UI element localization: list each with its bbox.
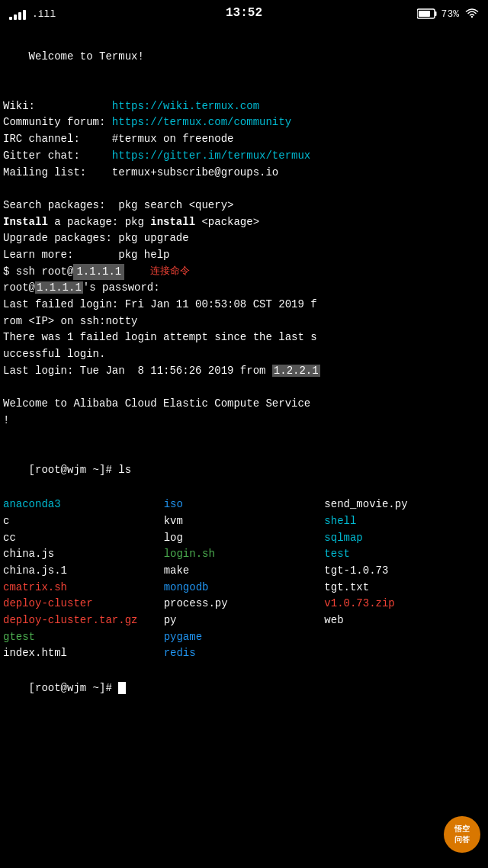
last-failed-1: Last failed login: Fri Jan 11 00:53:08 C… bbox=[3, 297, 485, 313]
ls-col1: anaconda3 c cc china.js china.js.1 cmatr… bbox=[3, 497, 164, 662]
welcome-alibaba-1: Welcome to Alibaba Cloud Elastic Compute… bbox=[3, 396, 485, 413]
ls-item: log bbox=[164, 530, 325, 547]
ls-item: china.js.1 bbox=[3, 563, 164, 580]
ls-item: mongodb bbox=[164, 580, 325, 596]
ls-col3: send_movie.py shell sqlmap test tgt-1.0.… bbox=[324, 497, 485, 662]
ls-item: deploy-cluster bbox=[3, 596, 164, 612]
signal-bars bbox=[9, 8, 26, 20]
svg-rect-2 bbox=[435, 11, 437, 16]
ls-item: py bbox=[164, 612, 325, 629]
bar2 bbox=[14, 14, 17, 20]
ls-item: sqlmap bbox=[324, 530, 485, 547]
cmd-upgrade: Upgrade packages: pkg upgrade bbox=[3, 230, 485, 247]
failed-attempt-1: There was 1 failed login attempt since t… bbox=[3, 330, 485, 346]
cursor bbox=[118, 682, 126, 694]
ls-item: c bbox=[3, 513, 164, 530]
ls-item: process.py bbox=[164, 596, 325, 612]
watermark: 悟空问答 bbox=[444, 816, 480, 853]
ls-item: pygame bbox=[164, 629, 325, 646]
ls-item: anaconda3 bbox=[3, 497, 164, 513]
ls-item: send_movie.py bbox=[324, 497, 485, 513]
ls-item: test bbox=[324, 546, 485, 563]
ls-item: tgt-1.0.73 bbox=[324, 563, 485, 580]
info-mail: Mailing list: termux+subscribe@groups.io bbox=[3, 165, 485, 182]
status-bar: .ill 13:52 73% bbox=[0, 0, 488, 27]
wifi-icon bbox=[465, 8, 479, 19]
ls-item: login.sh bbox=[164, 546, 325, 563]
bar4 bbox=[23, 10, 26, 20]
ls-output: anaconda3 c cc china.js china.js.1 cmatr… bbox=[3, 497, 485, 662]
ls-item: index.html bbox=[3, 645, 164, 662]
welcome-line: Welcome to Termux! bbox=[3, 32, 485, 82]
welcome-alibaba-2: ! bbox=[3, 413, 485, 429]
ssh-cmd-text: $ ssh root@ bbox=[3, 264, 73, 281]
last-failed-2: rom <IP> on ssh:notty bbox=[3, 313, 485, 330]
status-time: 13:52 bbox=[226, 6, 262, 20]
bar3 bbox=[18, 12, 21, 20]
ls-prompt: [root@wjm ~]# ls bbox=[3, 445, 485, 495]
last-login: Last login: Tue Jan 8 11:56:26 2019 from… bbox=[3, 363, 485, 380]
ls-item: tgt.txt bbox=[324, 580, 485, 596]
ls-item: iso bbox=[164, 497, 325, 513]
ls-item: v1.0.73.zip bbox=[324, 596, 485, 612]
final-prompt: [root@wjm ~]# bbox=[3, 664, 485, 713]
svg-rect-1 bbox=[419, 11, 430, 17]
ls-item: web bbox=[324, 612, 485, 629]
ls-item: deploy-cluster.tar.gz bbox=[3, 612, 164, 629]
info-gitter: Gitter chat: https://gitter.im/termux/te… bbox=[3, 148, 485, 165]
terminal: Welcome to Termux! Wiki: https://wiki.te… bbox=[0, 27, 488, 718]
ls-item: gtest bbox=[3, 629, 164, 646]
battery-icon bbox=[417, 8, 437, 19]
bar1 bbox=[9, 17, 12, 20]
ls-item: shell bbox=[324, 513, 485, 530]
cmd-help: Learn more: pkg help bbox=[3, 247, 485, 264]
info-irc: IRC channel: #termux on freenode bbox=[3, 131, 485, 148]
ls-item: cmatrix.sh bbox=[3, 580, 164, 596]
ls-item: china.js bbox=[3, 546, 164, 563]
ls-item: make bbox=[164, 563, 325, 580]
status-right: 73% bbox=[417, 8, 479, 20]
ssh-command-line: $ ssh root@1.1.1.1 连接命令 bbox=[3, 264, 485, 281]
ssh-label: 连接命令 bbox=[150, 264, 190, 279]
cmd-install: Install a package: pkg install <package> bbox=[3, 214, 485, 231]
ls-col2: iso kvm log login.sh make mongodb proces… bbox=[164, 497, 325, 662]
signal-area: .ill bbox=[9, 8, 56, 20]
info-wiki: Wiki: https://wiki.termux.com bbox=[3, 98, 485, 115]
cmd-search: Search packages: pkg search <query> bbox=[3, 198, 485, 214]
ls-item: kvm bbox=[164, 513, 325, 530]
ls-item: cc bbox=[3, 530, 164, 547]
welcome-text: Welcome to Termux! bbox=[29, 50, 144, 63]
battery-percent: 73% bbox=[441, 8, 459, 20]
ssh-ip: 1.1.1.1 bbox=[73, 264, 124, 281]
password-prompt: root@1.1.1.1's password: bbox=[3, 280, 485, 297]
carrier-text: .ill bbox=[32, 8, 56, 20]
failed-attempt-2: uccessful login. bbox=[3, 346, 485, 363]
ls-item: redis bbox=[164, 645, 325, 662]
info-community: Community forum: https://termux.com/comm… bbox=[3, 114, 485, 131]
